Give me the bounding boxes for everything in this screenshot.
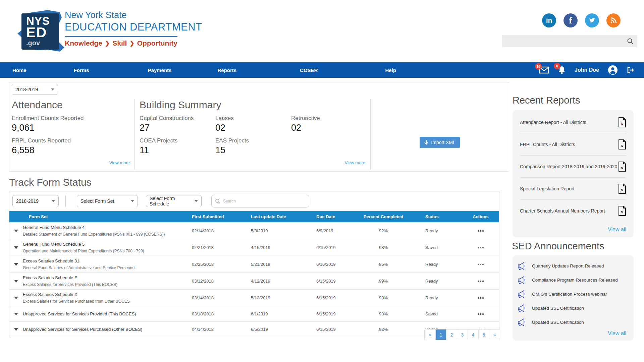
report-item[interactable]: Attendance Report - All Districts x <box>520 111 626 133</box>
notifications-button[interactable]: 8 <box>558 66 566 74</box>
announcement-item[interactable]: OMIG's Certification Process webinar <box>517 287 626 301</box>
nysed-logo[interactable]: NYS ED .gov <box>15 7 66 54</box>
row-actions-button[interactable] <box>462 230 499 232</box>
nav-item[interactable]: Reports <box>217 67 236 73</box>
excel-file-icon[interactable]: x <box>618 139 626 149</box>
col-header-due-date[interactable]: Due Date <box>316 214 355 219</box>
recent-reports-card: Attendance Report - All Districts x FRPL… <box>513 110 634 237</box>
chevron-down-icon <box>131 200 134 202</box>
facebook-icon[interactable]: f <box>564 13 578 27</box>
sed-announcements-card: Quarterly Updates Report Released Compli… <box>513 255 634 341</box>
expand-caret-icon <box>14 297 18 299</box>
svg-text:x: x <box>621 209 623 214</box>
row-actions-button[interactable] <box>462 247 499 248</box>
more-actions-icon <box>478 230 484 232</box>
table-header-row: Form Set First Submitted Last update Dat… <box>9 211 499 222</box>
report-item[interactable]: Special Legislation Report x <box>520 178 626 200</box>
report-item[interactable]: Comparison Report 2018-2019 and 2019-202… <box>520 156 626 178</box>
col-header-form-set[interactable]: Form Set <box>23 214 192 219</box>
logout-button[interactable] <box>627 66 635 74</box>
col-header-percent-completed[interactable]: Percent Completed <box>355 214 412 219</box>
nav-right-cluster: 16 8 John Doe <box>539 65 644 75</box>
row-expander[interactable] <box>9 263 23 266</box>
linkedin-icon[interactable]: in <box>542 13 556 27</box>
last-update-cell: 4/15/2019 <box>251 245 316 250</box>
report-item[interactable]: FRPL Counts - All Districts x <box>520 133 626 156</box>
row-expander[interactable] <box>9 246 23 249</box>
table-search-input[interactable] <box>223 199 306 203</box>
profile-button[interactable] <box>608 65 618 75</box>
due-date-cell: 6/9/2019 <box>316 228 355 233</box>
logout-icon <box>627 66 635 74</box>
metric-value: 27 <box>140 123 215 133</box>
attendance-view-more-link[interactable]: View more <box>12 160 130 165</box>
nav-item[interactable]: Help <box>385 67 396 73</box>
expand-caret-icon <box>14 246 18 249</box>
site-header: NYS ED .gov New York State EDUCATION DEP… <box>0 0 644 62</box>
rss-icon[interactable] <box>606 13 621 27</box>
pagination-button[interactable]: 1 <box>435 329 446 340</box>
nav-item[interactable]: COSER <box>300 67 318 73</box>
announcement-item[interactable]: Updated SSL Certification <box>517 315 626 329</box>
row-actions-button[interactable] <box>462 281 499 282</box>
metric: Capital Constructions 27 <box>140 111 215 133</box>
filter-year-select[interactable]: 2018-2019 <box>12 195 59 207</box>
row-expander[interactable] <box>9 328 23 331</box>
row-actions-button[interactable] <box>462 297 499 299</box>
form-set-cell: General Fund Menu Schedule 5 Operation a… <box>23 241 192 254</box>
excel-file-icon[interactable]: x <box>618 162 626 172</box>
reports-view-all-link[interactable]: View all <box>608 227 626 234</box>
report-item[interactable]: Charter Schools Annual Numbers Report x <box>520 200 626 222</box>
metric-label: Capital Constructions <box>140 115 215 122</box>
excel-file-icon[interactable]: x <box>618 184 626 194</box>
nav-item[interactable]: Forms <box>74 67 89 73</box>
year-select[interactable]: 2018-2019 <box>12 84 58 95</box>
expand-caret-icon <box>14 313 18 315</box>
col-header-first-submitted[interactable]: First Submitted <box>192 214 251 219</box>
header-search-input[interactable] <box>502 39 627 44</box>
col-header-actions[interactable]: Actions <box>462 214 499 219</box>
nav-item[interactable]: Home <box>12 67 26 73</box>
filter-form-set-select[interactable]: Select Form Set <box>77 195 138 207</box>
announcement-item[interactable]: Compliance Program Resources Released <box>517 273 626 287</box>
row-expander[interactable] <box>9 280 23 283</box>
logo-text-gov: .gov <box>26 39 40 47</box>
announcement-item[interactable]: Updated SSL Certification <box>517 301 626 315</box>
table-row: General Fund Menu Schedule 5 Operation a… <box>9 239 499 256</box>
search-icon[interactable] <box>627 38 634 45</box>
row-expander[interactable] <box>9 297 23 299</box>
nav-item[interactable]: Payments <box>148 67 172 73</box>
pagination-button[interactable]: « <box>425 329 435 340</box>
announcements-view-all-link[interactable]: View all <box>608 330 626 338</box>
pagination-button[interactable]: 3 <box>457 329 468 340</box>
twitter-icon[interactable] <box>585 13 599 27</box>
col-header-status[interactable]: Status <box>412 214 462 219</box>
row-expander[interactable] <box>9 313 23 315</box>
messages-button[interactable]: 16 <box>539 66 549 74</box>
pagination-button[interactable]: 2 <box>446 329 457 340</box>
user-avatar-icon <box>608 65 618 75</box>
filter-form-schedule-select[interactable]: Select Form Schedule <box>146 195 202 207</box>
import-xml-button[interactable]: Import XML <box>420 137 460 148</box>
excel-file-icon[interactable]: x <box>618 206 626 216</box>
building-view-more-link[interactable]: View more <box>140 160 365 165</box>
row-expander[interactable] <box>9 230 23 232</box>
pagination-button[interactable]: » <box>489 329 500 340</box>
first-submitted-cell: 02/14/2018 <box>192 228 251 233</box>
row-actions-button[interactable] <box>462 313 499 315</box>
excel-file-icon[interactable]: x <box>618 117 626 127</box>
more-actions-icon <box>478 313 484 315</box>
chevron-down-icon <box>51 88 54 90</box>
announcement-item[interactable]: Quarterly Updates Report Released <box>517 259 626 273</box>
col-header-last-update[interactable]: Last update Date <box>251 214 316 219</box>
metric-label: Leases <box>215 115 291 122</box>
user-name[interactable]: John Doe <box>575 67 599 73</box>
pagination-button[interactable]: 5 <box>478 329 489 340</box>
form-title: Excess Salaries Schedule 31 <box>23 258 189 264</box>
import-xml-label: Import XML <box>431 140 455 145</box>
social-links: in f <box>542 13 621 27</box>
rss-waves-icon <box>609 16 618 24</box>
pagination-button[interactable]: 4 <box>468 329 478 340</box>
announcement-label: Quarterly Updates Report Released <box>532 263 604 268</box>
row-actions-button[interactable] <box>462 264 499 265</box>
